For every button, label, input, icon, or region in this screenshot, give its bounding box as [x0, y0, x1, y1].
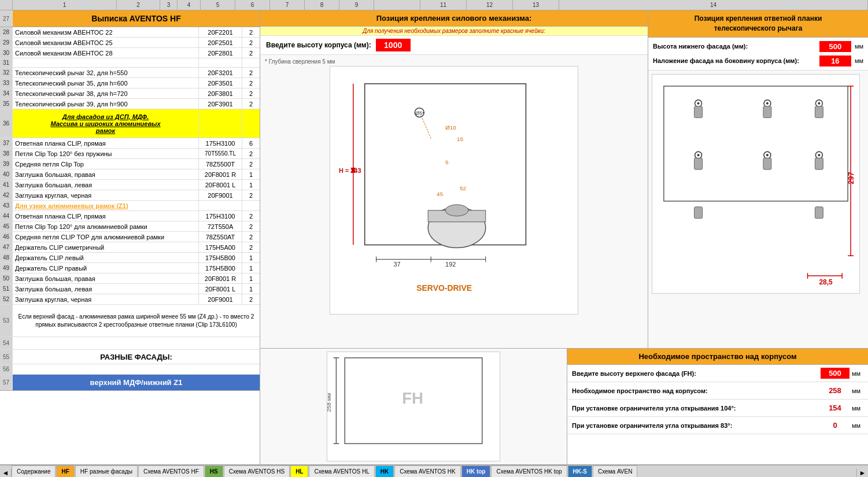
top-right-section: Позиция крепления силового механизма: Дл…: [260, 10, 868, 349]
svg-point-36: [766, 154, 769, 156]
svg-text:192: 192: [445, 261, 456, 268]
table-row: 30 Силовой механизм АВЕНТОС 28 20F2801 2: [0, 48, 260, 58]
ruler-4: 4: [178, 0, 201, 10]
table-row-55: 55 РАЗНЫЕ ФАСАДЫ:: [0, 350, 260, 364]
bottom-diagram: FH 258 мм: [327, 352, 500, 461]
bracket-section: Позиция крепления ответной планки телеск…: [648, 10, 868, 348]
table-row-53: 53 Если верхний фасад - алюминиевая рамк…: [0, 305, 260, 337]
ruler-11: 11: [420, 0, 467, 10]
table-row: 47 Держатель CLIP симетричный 175H5A00 2: [0, 242, 260, 253]
bottom-calc-header: Необходимое пространство над корпусом: [567, 349, 868, 365]
table-row-section: 36 Для фасадов из ДСП, МДФ.Массива и шир…: [0, 109, 260, 138]
height-input-row: Введите высоту корпуса (мм): 1000: [260, 36, 648, 55]
tab-hf-razfasady[interactable]: HF разные фасады: [75, 465, 138, 477]
svg-text:52: 52: [460, 185, 467, 191]
tab-scheme-aven[interactable]: Схема AVEN: [593, 465, 637, 477]
content-area: 27 Выписка AVENTOS HF 28 Силовой механиз…: [0, 10, 868, 464]
row-45-num: 45: [0, 221, 13, 231]
svg-rect-40: [763, 158, 771, 169]
svg-text:37: 37: [393, 261, 400, 268]
section-z1-header: Для узких алюминиевых рамок (Z1): [13, 201, 199, 210]
table-row: 44 Ответная планка CLIP, прямая 175H3100…: [0, 211, 260, 221]
svg-point-25: [697, 102, 700, 104]
main-container: 1 2 3 4 5 6 7 8 9 11 12 13 14 27 Выписка…: [0, 0, 868, 477]
facade-height-label: Высота нижнего фасада (мм):: [653, 43, 816, 50]
height-value[interactable]: 1000: [376, 39, 411, 51]
tab-hf[interactable]: HF: [56, 465, 74, 477]
svg-point-38: [818, 154, 820, 156]
table-row: 50 Заглушка большая, правая 20F8001 R 1: [0, 273, 260, 284]
facade-height-value[interactable]: 500: [819, 41, 851, 52]
tab-contents[interactable]: Содержание: [12, 465, 56, 477]
table-row: 45 Петля Clip Top 120° для алюминиевой р…: [0, 221, 260, 232]
tab-hk[interactable]: HK: [375, 465, 394, 477]
overlay-value[interactable]: 16: [819, 56, 851, 66]
tab-scheme-hl[interactable]: Схема AVENTOS HL: [309, 465, 374, 477]
tab-hk-top[interactable]: HK top: [461, 465, 491, 477]
tab-scheme-hs[interactable]: Схема AVENTOS HS: [224, 465, 290, 477]
ruler-5: 5: [201, 0, 235, 10]
svg-text:258 мм: 258 мм: [327, 393, 332, 412]
calc-row-2: Необходимое пространство над корпусом: 2…: [567, 382, 868, 400]
row-33-num: 33: [0, 78, 13, 88]
table-row-54: 54: [0, 337, 260, 350]
table-row-31: 31: [0, 58, 260, 68]
tab-hk-s[interactable]: HK-S: [568, 465, 592, 477]
calc-val-1[interactable]: 500: [821, 368, 849, 379]
tab-scheme-hk-top[interactable]: Схема AVENTOS HK top: [491, 465, 567, 477]
row-29-num: 29: [0, 38, 13, 47]
calc-row-1: Введите высоту верхнего фасада (FH): 500…: [567, 365, 868, 382]
row-34-num: 34: [0, 88, 13, 98]
tab-bar: ◄ Содержание HF HF разные фасады Схема A…: [0, 464, 868, 477]
calc-row-4: При установке ограничителя угла открыван…: [567, 417, 868, 434]
row-29-col3: 2: [242, 38, 260, 47]
mechanism-header: Позиция крепления силового механизма:: [260, 10, 648, 27]
table-row: 51 Заглушка большая, левая 20F8001 L 1: [0, 284, 260, 294]
row-41-num: 41: [0, 180, 13, 190]
ruler-1: 1: [13, 0, 117, 10]
row-49-num: 49: [0, 263, 13, 273]
calc-val-3: 154: [821, 402, 849, 413]
mechanism-subheader: Для получения необходимых размеров запол…: [260, 27, 648, 36]
bottom-calc-panel: Необходимое пространство над корпусом Вв…: [567, 349, 868, 464]
row-38-num: 38: [0, 149, 13, 158]
row-30-col1: Силовой механизм АВЕНТОС 28: [13, 48, 199, 58]
row-43-num: 43: [0, 201, 13, 210]
row-27-num: 27: [0, 10, 13, 27]
svg-rect-31: [763, 106, 771, 117]
tab-scheme-hk[interactable]: Схема AVENTOS HK: [394, 465, 460, 477]
mechanism-section: Позиция крепления силового механизма: Дл…: [260, 10, 648, 348]
tab-scroll-right[interactable]: ►: [856, 469, 868, 477]
note-53: Если верхний фасад - алюминиевая рамка ш…: [13, 305, 260, 337]
calc-row-3: При установке ограничителя угла открыван…: [567, 400, 868, 417]
table-row: 32 Телескопический рычаг 32, для h=550 2…: [0, 68, 260, 78]
row-35-num: 35: [0, 99, 13, 109]
right-panel: Позиция крепления силового механизма: Дл…: [260, 10, 868, 464]
row-47-num: 47: [0, 242, 13, 252]
razfasady-label: РАЗНЫЕ ФАСАДЫ:: [13, 350, 260, 364]
tab-hl[interactable]: HL: [290, 465, 308, 477]
tab-hs[interactable]: HS: [205, 465, 223, 477]
ruler-10: [374, 0, 420, 10]
table-row: 49 Держатель CLIP правый 175H5B00 1: [0, 263, 260, 273]
row-30-col3: 2: [242, 48, 260, 58]
svg-point-21: [445, 205, 468, 216]
tab-scroll-left[interactable]: ◄: [0, 469, 12, 477]
table-row-section2: 43 Для узких алюминиевых рамок (Z1): [0, 201, 260, 211]
svg-point-34: [697, 154, 700, 156]
facade-height-row: Высота нижнего фасада (мм): 500 мм Налож…: [648, 38, 868, 71]
row-32-num: 32: [0, 68, 13, 77]
column-ruler: 1 2 3 4 5 6 7 8 9 11 12 13 14: [0, 0, 868, 10]
tab-scheme-hf[interactable]: Схема AVENTOS HF: [138, 465, 204, 477]
main-diagram-area: * Глубина сверления 5 мм H = 243 Ø5*: [260, 55, 648, 348]
svg-rect-43: [815, 206, 823, 218]
svg-rect-39: [695, 158, 703, 169]
row-53-num: 53: [0, 305, 13, 337]
section-dsp-header: Для фасадов из ДСП, МДФ.Массива и широки…: [13, 109, 199, 138]
ruler-corner: [0, 0, 13, 10]
facade-mm: мм: [855, 43, 863, 50]
bracket-diagram-area: 297 28,5: [648, 71, 868, 348]
table-row: 39 Средняя петля Clip Top 78Z5500T 2: [0, 159, 260, 169]
svg-rect-23: [664, 86, 848, 201]
row-42-num: 42: [0, 190, 13, 200]
